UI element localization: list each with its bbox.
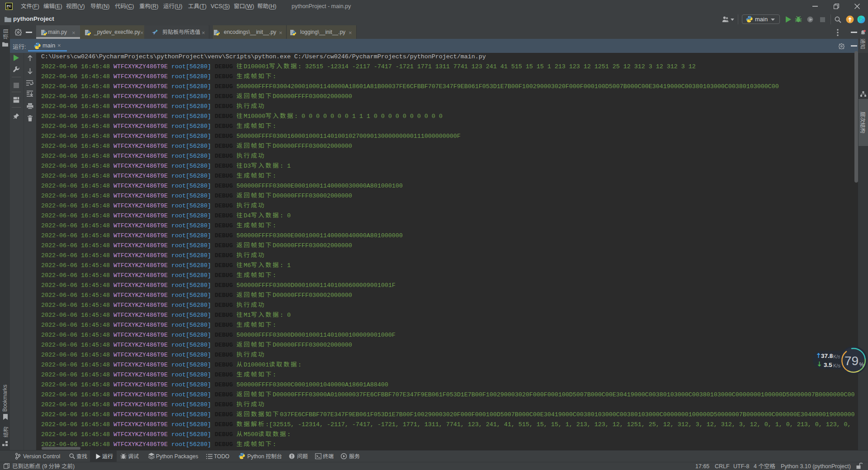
svg-text:PC: PC bbox=[7, 5, 11, 8]
svg-text:79: 79 bbox=[844, 354, 859, 368]
svg-text:%: % bbox=[859, 362, 864, 368]
